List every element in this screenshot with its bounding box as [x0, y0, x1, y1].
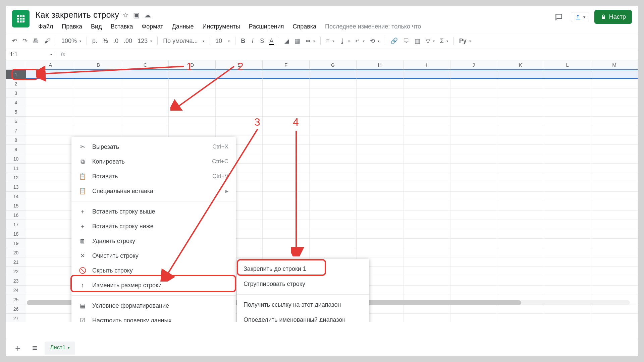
cell[interactable] [544, 220, 591, 229]
cell[interactable] [26, 210, 75, 220]
cell[interactable] [404, 69, 450, 79]
italic-button[interactable]: I [249, 36, 257, 46]
cell[interactable] [404, 314, 450, 322]
cell[interactable] [357, 79, 404, 88]
menu-данные[interactable]: Данные [169, 22, 197, 31]
column-header-G[interactable]: G [310, 60, 357, 69]
cell[interactable] [591, 107, 638, 117]
cell[interactable] [497, 126, 544, 135]
cell[interactable] [404, 117, 450, 126]
cell[interactable] [544, 314, 591, 322]
cell[interactable] [450, 304, 497, 314]
column-header-C[interactable]: C [122, 60, 169, 69]
cell[interactable] [404, 239, 450, 248]
cell[interactable] [169, 107, 216, 117]
cell[interactable] [75, 98, 122, 107]
sheet-tab-active[interactable]: Лист1 ▾ [45, 342, 75, 355]
menu-item[interactable]: Получить ссылку на этот диапазон [237, 297, 369, 312]
cell[interactable] [544, 248, 591, 257]
cell[interactable] [544, 69, 591, 79]
column-header-H[interactable]: H [357, 60, 404, 69]
cell[interactable] [497, 98, 544, 107]
menu-файл[interactable]: Файл [36, 22, 56, 31]
cell[interactable] [357, 201, 404, 210]
menu-item[interactable]: ✂ВырезатьCtrl+X [71, 139, 236, 154]
cell[interactable] [450, 286, 497, 295]
cell[interactable] [450, 117, 497, 126]
cell[interactable] [26, 126, 75, 135]
column-header-I[interactable]: I [404, 60, 450, 69]
cell[interactable] [450, 98, 497, 107]
cell[interactable] [357, 173, 404, 182]
vertical-align-button[interactable]: ⭳ [337, 36, 352, 46]
cell[interactable] [450, 79, 497, 88]
cell[interactable] [357, 229, 404, 239]
cell[interactable] [450, 267, 497, 276]
cell[interactable] [591, 276, 638, 286]
cell[interactable] [26, 107, 75, 117]
cell[interactable] [357, 154, 404, 164]
cell[interactable] [310, 229, 357, 239]
cell[interactable] [544, 229, 591, 239]
cell[interactable] [497, 210, 544, 220]
cell[interactable] [310, 107, 357, 117]
spreadsheet-grid[interactable]: ABCDEFGHIJKLM 12345678910111213141516171… [6, 60, 638, 322]
cell[interactable] [216, 88, 263, 98]
cell[interactable] [26, 98, 75, 107]
cell[interactable] [544, 145, 591, 154]
cell[interactable] [404, 126, 450, 135]
cell[interactable] [357, 107, 404, 117]
cell[interactable] [26, 145, 75, 154]
cell[interactable] [450, 173, 497, 182]
cell[interactable] [26, 117, 75, 126]
cell[interactable] [263, 107, 310, 117]
cell[interactable] [404, 135, 450, 145]
fill-color-button[interactable]: ◢ [282, 36, 291, 46]
present-button[interactable]: ▾ [571, 12, 589, 22]
cell[interactable] [357, 135, 404, 145]
cell[interactable] [26, 173, 75, 182]
menu-item[interactable]: Определить именованный диапазон [237, 312, 369, 322]
cell[interactable] [497, 173, 544, 182]
row-header-24[interactable]: 24 [6, 286, 26, 295]
cell[interactable] [544, 257, 591, 267]
cell[interactable] [544, 286, 591, 295]
menu-вставка[interactable]: Вставка [108, 22, 136, 31]
cell[interactable] [263, 220, 310, 229]
row-header-19[interactable]: 19 [6, 239, 26, 248]
text-color-button[interactable]: A [267, 36, 275, 46]
cell[interactable] [26, 229, 75, 239]
cell[interactable] [310, 192, 357, 201]
cell[interactable] [591, 257, 638, 267]
cell[interactable] [591, 220, 638, 229]
cell[interactable] [169, 126, 216, 135]
cell[interactable] [591, 69, 638, 79]
cell[interactable] [26, 79, 75, 88]
paint-format-button[interactable]: 🖌 [42, 36, 52, 46]
row-header-8[interactable]: 8 [6, 135, 26, 145]
row-header-15[interactable]: 15 [6, 201, 26, 210]
menu-справка[interactable]: Справка [290, 22, 319, 31]
cell[interactable] [122, 79, 169, 88]
sheets-app-icon[interactable] [12, 10, 30, 27]
cell[interactable] [544, 192, 591, 201]
zoom-select[interactable]: 100% [59, 36, 83, 46]
cell[interactable] [263, 182, 310, 192]
cell[interactable] [26, 257, 75, 267]
cell[interactable] [497, 220, 544, 229]
cell[interactable] [497, 145, 544, 154]
cell[interactable] [75, 69, 122, 79]
cell[interactable] [310, 210, 357, 220]
cell[interactable] [450, 192, 497, 201]
row-header-20[interactable]: 20 [6, 248, 26, 257]
cell[interactable] [450, 182, 497, 192]
cell[interactable] [591, 173, 638, 182]
menu-item[interactable]: Сгруппировать строку [237, 277, 369, 292]
cell[interactable] [404, 98, 450, 107]
star-icon[interactable]: ☆ [122, 11, 128, 19]
cell[interactable] [497, 286, 544, 295]
cell[interactable] [497, 107, 544, 117]
cell[interactable] [450, 164, 497, 173]
cell[interactable] [450, 220, 497, 229]
cell[interactable] [544, 154, 591, 164]
